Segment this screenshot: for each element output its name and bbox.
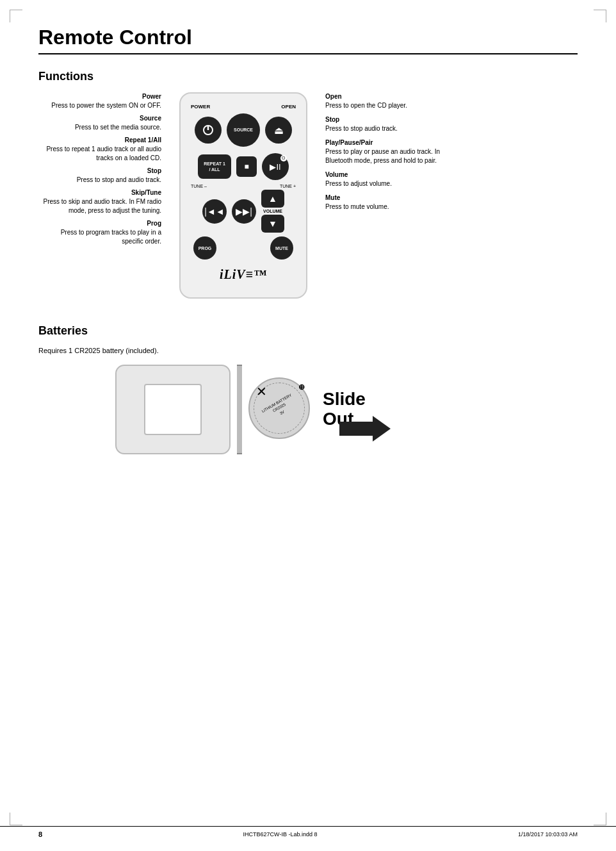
eject-icon: ⏏ xyxy=(274,124,284,136)
repeat-button[interactable]: REPEAT 1 / ALL xyxy=(198,154,231,179)
label-skip-tune-desc: Press to skip and audio track. In FM rad… xyxy=(38,197,161,215)
footer: 8 IHCTB627CW-IB -Lab.indd 8 1/18/2017 10… xyxy=(0,826,616,838)
label-mute-right: Mute Press to mute volume. xyxy=(325,194,448,211)
eject-button[interactable]: ⏏ xyxy=(265,117,292,144)
remote-top-labels: POWER OPEN xyxy=(188,104,298,110)
label-volume-right: Volume Press to adjust volume. xyxy=(325,170,448,188)
page-title: Remote Control xyxy=(38,26,578,49)
remote-row-3: |◄◄ ▶▶| ▲ VOLUME ▼ xyxy=(188,190,298,233)
label-open: Open Press to open the CD player. xyxy=(325,92,448,110)
remote-row-2: REPEAT 1 / ALL ■ ▶II ʘ xyxy=(188,153,298,180)
batteries-section-title: Batteries xyxy=(38,324,578,338)
mute-button[interactable]: MUTE xyxy=(270,236,293,260)
volume-label: VOLUME xyxy=(263,209,282,213)
label-source: Source Press to set the media source. xyxy=(38,114,161,132)
remote-battery-shell xyxy=(115,365,231,454)
next-icon: ▶▶| xyxy=(236,206,252,217)
label-skip-tune-title: Skip/Tune xyxy=(38,188,161,197)
open-label: OPEN xyxy=(281,104,296,110)
tune-minus-label: TUNE – xyxy=(191,184,207,188)
tune-plus-label: TUNE + xyxy=(280,184,296,188)
label-repeat-title: Repeat 1/All xyxy=(38,136,161,145)
label-mute-right-desc: Press to mute volume. xyxy=(325,202,448,211)
label-playpausepair-desc: Press to play or pause an audio track. I… xyxy=(325,147,448,165)
stop-button[interactable]: ■ xyxy=(236,156,257,177)
remote-image: POWER OPEN SOURCE ⏏ xyxy=(173,92,314,299)
battery-plus-sign: ⊕ xyxy=(298,383,305,392)
prev-icon: |◄◄ xyxy=(204,206,224,217)
prev-button[interactable]: |◄◄ xyxy=(202,199,227,224)
next-button[interactable]: ▶▶| xyxy=(232,199,256,224)
ilive-logo: iLiV≡™ xyxy=(220,267,267,282)
vol-down-icon: ▼ xyxy=(268,219,277,229)
label-repeat-desc: Press to repeat 1 audio track or all aud… xyxy=(38,145,161,163)
slide-label: Slide xyxy=(323,390,366,409)
label-stop-right-title: Stop xyxy=(325,115,448,124)
label-mute-right-title: Mute xyxy=(325,194,448,202)
functions-layout: Power Press to power the system ON or OF… xyxy=(38,92,578,299)
source-button[interactable]: SOURCE xyxy=(227,113,260,147)
footer-filename: IHCTB627CW-IB -Lab.indd 8 xyxy=(243,831,318,838)
label-source-title: Source xyxy=(38,114,161,123)
batteries-description: Requires 1 CR2025 battery (included). xyxy=(38,347,578,354)
playpause-button[interactable]: ▶II ʘ xyxy=(262,153,289,180)
arrow-body xyxy=(339,422,373,436)
corner-mark-bl xyxy=(10,813,22,825)
repeat-button-label2: / ALL xyxy=(209,167,220,172)
label-source-desc: Press to set the media source. xyxy=(38,123,161,132)
footer-left: 8 xyxy=(38,830,42,838)
power-label: POWER xyxy=(191,104,210,110)
arrow-head xyxy=(373,416,391,442)
corner-mark-tl xyxy=(10,10,22,22)
corner-mark-tr xyxy=(594,10,606,22)
stop-icon: ■ xyxy=(244,162,248,171)
x-mark: ✕ xyxy=(256,384,267,399)
label-prog-desc: Press to program tracks to play in a spe… xyxy=(38,228,161,246)
right-labels: Open Press to open the CD player. Stop P… xyxy=(314,92,448,217)
label-power-desc: Press to power the system ON or OFF. xyxy=(38,101,161,110)
battery-slot xyxy=(144,384,202,435)
repeat-button-label: REPEAT 1 xyxy=(204,161,225,167)
title-rule xyxy=(38,53,578,54)
bluetooth-icon: ʘ xyxy=(282,156,286,161)
label-stop-right-desc: Press to stop audio track. xyxy=(325,124,448,133)
mute-button-label: MUTE xyxy=(275,246,288,251)
vol-up-icon: ▲ xyxy=(268,194,277,204)
remote-row-1: SOURCE ⏏ xyxy=(188,113,298,147)
vol-up-button[interactable]: ▲ xyxy=(261,190,284,208)
label-skip-tune: Skip/Tune Press to skip and audio track.… xyxy=(38,188,161,215)
slide-arrow xyxy=(339,416,391,442)
label-prog-title: Prog xyxy=(38,219,161,228)
power-button[interactable] xyxy=(195,117,222,144)
label-playpausepair: Play/Pause/Pair Press to play or pause a… xyxy=(325,138,448,165)
batteries-section: Batteries Requires 1 CR2025 battery (inc… xyxy=(38,324,578,442)
tune-labels: TUNE – TUNE + xyxy=(188,184,298,188)
label-power: Power Press to power the system ON or OF… xyxy=(38,92,161,110)
bluetooth-indicator: ʘ xyxy=(280,155,287,161)
page-number: 8 xyxy=(38,830,42,838)
logo-live: LiV≡ xyxy=(224,267,254,281)
prog-button-label: PROG xyxy=(199,246,212,251)
playpause-icon: ▶II xyxy=(270,162,280,172)
label-playpausepair-title: Play/Pause/Pair xyxy=(325,138,448,147)
label-repeat: Repeat 1/All Press to repeat 1 audio tra… xyxy=(38,136,161,163)
battery-coin-wrap: ✕ LITHIUM BATTERYCR20253V ⊕ xyxy=(248,377,312,442)
battery-connector xyxy=(237,365,242,454)
label-open-desc: Press to open the CD player. xyxy=(325,101,448,110)
prog-button[interactable]: PROG xyxy=(193,236,216,260)
label-stop-left-title: Stop xyxy=(38,167,161,176)
label-stop-left-desc: Press to stop and audio track. xyxy=(38,176,161,185)
label-stop-left: Stop Press to stop and audio track. xyxy=(38,167,161,185)
functions-section-title: Functions xyxy=(38,70,578,83)
left-labels: Power Press to power the system ON or OF… xyxy=(38,92,173,250)
vol-down-button[interactable]: ▼ xyxy=(261,215,284,233)
label-stop-right: Stop Press to stop audio track. xyxy=(325,115,448,133)
volume-cluster: ▲ VOLUME ▼ xyxy=(261,190,284,233)
remote-body: POWER OPEN SOURCE ⏏ xyxy=(179,92,307,299)
source-button-label: SOURCE xyxy=(234,128,253,133)
footer-timestamp: 1/18/2017 10:03:03 AM xyxy=(518,831,578,838)
label-open-title: Open xyxy=(325,92,448,101)
corner-mark-br xyxy=(594,813,606,825)
label-prog: Prog Press to program tracks to play in … xyxy=(38,219,161,246)
battery-coin: ✕ LITHIUM BATTERYCR20253V ⊕ xyxy=(248,377,310,439)
